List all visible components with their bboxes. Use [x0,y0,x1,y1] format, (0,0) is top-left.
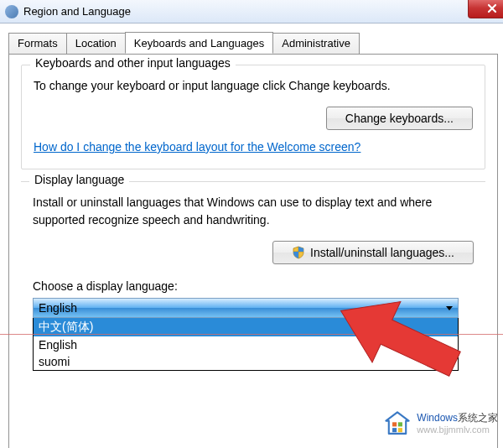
tab-location[interactable]: Location [66,33,126,55]
globe-icon [5,5,18,18]
keyboard-help-link[interactable]: How do I change the keyboard layout for … [34,140,360,154]
svg-rect-1 [398,422,402,426]
keyboards-button-row: Change keyboards... [34,107,473,130]
install-languages-button[interactable]: Install/uninstall languages... [272,241,474,264]
keyboards-description: To change your keyboard or input languag… [34,77,473,95]
close-icon [486,3,498,14]
watermark-brand: Windows [417,412,458,424]
display-language-legend: Display language [29,173,129,186]
install-button-row: Install/uninstall languages... [33,241,474,264]
watermark-logo-icon [383,409,412,438]
svg-rect-2 [392,428,397,432]
watermark-suffix: 系统之家 [458,412,498,424]
watermark: Windows系统之家 www.bjjmmlv.com [383,409,498,438]
shield-icon [292,246,305,259]
annotation-arrow-icon [310,285,486,394]
titlebar: Region and Language [0,0,503,23]
keyboards-groupbox: Keyboards and other input languages To c… [21,65,485,169]
tab-strip: Formats Location Keyboards and Languages… [8,32,498,54]
install-languages-label: Install/uninstall languages... [310,246,454,259]
tab-formats[interactable]: Formats [8,33,67,55]
tab-keyboards-languages[interactable]: Keyboards and Languages [125,32,273,54]
tab-administrative[interactable]: Administrative [272,33,360,55]
watermark-url: www.bjjmmlv.com [417,425,498,435]
window-title: Region and Language [23,5,131,18]
close-button[interactable] [468,0,503,18]
watermark-line1: Windows系统之家 [417,413,498,424]
watermark-text: Windows系统之家 www.bjjmmlv.com [417,413,498,434]
change-keyboards-button[interactable]: Change keyboards... [326,107,473,130]
display-language-description: Install or uninstall languages that Wind… [33,194,474,229]
svg-rect-0 [392,422,397,426]
keyboards-legend: Keyboards and other input languages [30,56,236,70]
svg-rect-3 [398,428,402,432]
dropdown-selected-value: English [39,301,77,315]
